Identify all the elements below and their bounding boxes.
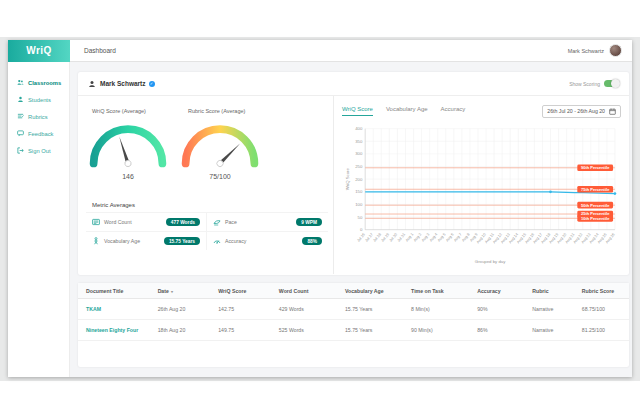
column-header-date[interactable]: Date▾ (150, 288, 211, 294)
rubric-score-gauge: 75/100 (174, 116, 266, 180)
metric-averages-grid: Word Count 477 Words Pace 9 WPM Vocabula… (86, 212, 328, 250)
sort-descending-icon: ▾ (171, 289, 173, 294)
svg-text:Grouped by day: Grouped by day (475, 259, 506, 264)
svg-text:350: 350 (355, 139, 363, 144)
column-header-wriq-score[interactable]: WriQ Score (210, 288, 271, 294)
svg-text:300: 300 (355, 151, 363, 156)
column-header-word-count[interactable]: Word Count (271, 288, 337, 294)
svg-text:50: 50 (358, 215, 363, 220)
rubrics-icon (17, 113, 24, 120)
classrooms-icon (17, 79, 24, 86)
table-cell: 90% (469, 306, 524, 312)
tab-wriq-score[interactable]: WriQ Score (342, 106, 373, 116)
table-cell: 86% (469, 327, 524, 333)
column-header-accuracy[interactable]: Accuracy (469, 288, 524, 294)
svg-text:100: 100 (355, 202, 363, 207)
sidebar-item-classrooms[interactable]: Classrooms (8, 74, 69, 91)
column-header-vocabulary-age[interactable]: Vocabulary Age (337, 288, 403, 294)
app-window: WriQ Dashboard Mark Schwartz Classrooms … (8, 40, 632, 377)
feedback-icon (17, 130, 24, 137)
table-cell: 81.25/100 (574, 327, 629, 333)
table-cell: 15.75 Years (337, 327, 403, 333)
verified-badge-icon: ✓ (149, 81, 155, 87)
documents-table-card: Document TitleDate▾WriQ ScoreWord CountV… (78, 283, 629, 367)
sidebar-item-sign-out[interactable]: Sign Out (8, 142, 69, 159)
toggle-knob (611, 79, 620, 88)
metric-pace: Pace 9 WPM (207, 212, 328, 231)
person-icon (88, 80, 96, 88)
document-title-link[interactable]: Nineteen Eighty Four (78, 327, 150, 333)
svg-text:50th Percentile: 50th Percentile (581, 203, 610, 208)
sidebar-item-feedback[interactable]: Feedback (8, 125, 69, 142)
documents-table: Document TitleDate▾WriQ ScoreWord CountV… (78, 283, 629, 341)
profile-row: Mark Schwartz ✓ Show Scoring (78, 72, 629, 96)
wriq-score-chart: 050100150200250300350400Jul 26Jul 27Jul … (342, 121, 621, 264)
student-name: Mark Schwartz (100, 80, 146, 87)
header-user-name: Mark Schwartz (568, 48, 604, 54)
sign-out-icon (17, 147, 24, 154)
tab-vocabulary-age[interactable]: Vocabulary Age (386, 106, 428, 116)
table-cell: 149.75 (210, 327, 271, 333)
metric-label: Accuracy (225, 238, 246, 244)
metric-value-badge: 9 WPM (296, 218, 322, 226)
sidebar: Classrooms Students Rubrics Feedback Sig… (8, 62, 70, 377)
metric-label: Vocabulary Age (104, 238, 140, 244)
wriq-score-average-value: 146 (82, 173, 174, 180)
table-cell: 90 Min(s) (403, 327, 469, 333)
sidebar-item-rubrics[interactable]: Rubrics (8, 108, 69, 125)
word-count-icon (92, 218, 100, 226)
table-header-row: Document TitleDate▾WriQ ScoreWord CountV… (78, 283, 629, 299)
table-cell: Narrative (524, 327, 574, 333)
table-row: Nineteen Eighty Four18th Aug 20149.75525… (78, 320, 629, 341)
sidebar-item-label: Classrooms (28, 80, 61, 86)
chart-area: 050100150200250300350400Jul 26Jul 27Jul … (342, 121, 621, 264)
calendar-icon (609, 108, 616, 115)
table-cell: 26th Aug 20 (150, 306, 211, 312)
sidebar-item-label: Sign Out (28, 148, 51, 154)
screenshot-stage: WriQ Dashboard Mark Schwartz Classrooms … (0, 0, 640, 400)
nav-dashboard[interactable]: Dashboard (84, 47, 116, 54)
averages-pane: WriQ Score (Average) Rubric Score (Avera… (78, 96, 333, 274)
metric-averages-title: Metric Averages (92, 202, 135, 208)
date-range-picker[interactable]: 26th Jul 20 - 26th Aug 20 (542, 105, 621, 118)
document-title-link[interactable]: TKAM (78, 306, 150, 312)
accuracy-icon (213, 237, 221, 245)
table-cell: 8 Min(s) (403, 306, 469, 312)
main-content: Mark Schwartz ✓ Show Scoring WriQ Score … (70, 62, 632, 377)
column-header-rubric-score[interactable]: Rubric Score (574, 288, 629, 294)
sidebar-item-label: Feedback (28, 131, 53, 137)
svg-text:200: 200 (355, 177, 363, 182)
metric-word-count: Word Count 477 Words (86, 212, 207, 231)
svg-text:150: 150 (355, 189, 363, 194)
table-cell: 142.75 (210, 306, 271, 312)
show-scoring-toggle[interactable] (604, 80, 619, 87)
sidebar-item-students[interactable]: Students (8, 91, 69, 108)
column-header-document-title[interactable]: Document Title (78, 288, 150, 294)
wriq-logo[interactable]: WriQ (8, 40, 70, 62)
top-header: WriQ Dashboard Mark Schwartz (8, 40, 632, 62)
svg-text:75th Percentile: 75th Percentile (581, 187, 610, 192)
column-header-rubric[interactable]: Rubric (524, 288, 574, 294)
metric-value-badge: 15.75 Years (164, 237, 200, 245)
metric-accuracy: Accuracy 88% (207, 231, 328, 250)
column-header-time-on-task[interactable]: Time on Task (403, 288, 469, 294)
show-scoring-label: Show Scoring (569, 81, 600, 87)
metric-label: Word Count (104, 219, 132, 225)
chart-tabs: WriQ Score Vocabulary Age Accuracy 26th … (342, 103, 621, 119)
wriq-score-average-title: WriQ Score (Average) (92, 108, 146, 114)
metric-vocabulary-age: Vocabulary Age 15.75 Years (86, 231, 207, 250)
table-cell: 18th Aug 20 (150, 327, 211, 333)
sidebar-item-label: Rubrics (28, 114, 48, 120)
gauge-arc (85, 116, 171, 168)
svg-text:0: 0 (360, 227, 363, 232)
user-avatar[interactable] (609, 44, 622, 57)
rubric-score-average-value: 75/100 (174, 173, 266, 180)
table-cell: 429 Words (271, 306, 337, 312)
sidebar-item-label: Students (28, 97, 51, 103)
gauge-arc (177, 116, 263, 168)
tab-accuracy[interactable]: Accuracy (441, 106, 466, 116)
vocabulary-age-icon (92, 237, 100, 245)
svg-text:250: 250 (355, 164, 363, 169)
svg-text:400: 400 (355, 126, 363, 131)
wriq-score-gauge: 146 (82, 116, 174, 180)
